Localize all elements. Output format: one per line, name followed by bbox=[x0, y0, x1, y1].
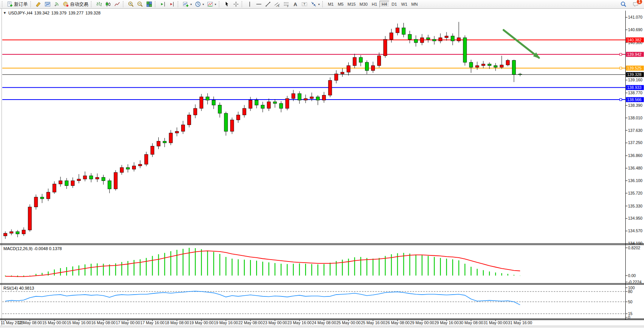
price-axis-label[interactable]: 138.010 bbox=[628, 116, 642, 120]
time-axis-label[interactable]: 15 May 16:00 bbox=[67, 320, 91, 325]
price-axis-label[interactable]: 137.250 bbox=[628, 140, 642, 145]
price-axis-label[interactable]: 135.330 bbox=[628, 204, 642, 208]
candle bbox=[475, 66, 479, 67]
vertical-line-button[interactable] bbox=[245, 0, 254, 8]
time-axis-label[interactable]: 22 May 08:00 bbox=[238, 320, 263, 325]
price-axis-label[interactable]: 138.390 bbox=[628, 103, 642, 108]
timeframe-m1[interactable]: M1 bbox=[326, 1, 336, 8]
rsi-axis-label[interactable]: 50 bbox=[628, 299, 633, 304]
macd-axis-label[interactable]: -0.2224 bbox=[628, 280, 642, 284]
price-axis-label[interactable]: 134.190 bbox=[628, 241, 642, 246]
cursor-button[interactable] bbox=[222, 0, 231, 8]
candle bbox=[83, 176, 87, 179]
timeframe-w1[interactable]: W1 bbox=[399, 1, 410, 8]
crosshair-button[interactable] bbox=[231, 0, 241, 8]
chat-button[interactable]: 1 bbox=[631, 0, 640, 8]
line-chart-button[interactable] bbox=[113, 0, 122, 8]
dropdown-arrow-icon[interactable]: ▾ bbox=[215, 3, 216, 6]
timeframe-h4[interactable]: H4 bbox=[379, 1, 389, 8]
time-axis-label[interactable]: 25 May 16:00 bbox=[361, 320, 385, 325]
templates-button[interactable]: ▾ bbox=[206, 0, 218, 8]
auto-scroll-button[interactable] bbox=[158, 0, 167, 8]
time-axis-label[interactable]: 29 May 16:00 bbox=[434, 320, 459, 325]
line-handle[interactable] bbox=[620, 98, 622, 101]
price-axis-label[interactable]: 139.160 bbox=[628, 78, 642, 82]
timeframe-d1[interactable]: D1 bbox=[389, 1, 399, 8]
signals-button[interactable] bbox=[52, 0, 61, 8]
trendline-button[interactable] bbox=[263, 0, 273, 8]
time-axis-label[interactable]: 30 May 08:00 bbox=[459, 320, 483, 325]
fibonacci-button[interactable]: F bbox=[282, 0, 291, 8]
candle bbox=[335, 74, 338, 80]
toolbar-drag-handle bbox=[2, 1, 3, 7]
dropdown-arrow-icon[interactable]: ▾ bbox=[190, 3, 192, 6]
time-axis-label[interactable]: 19 May 00:00 bbox=[189, 320, 214, 325]
line-handle[interactable] bbox=[620, 67, 622, 69]
price-axis-label[interactable]: 134.950 bbox=[628, 216, 642, 220]
auto-trading-button[interactable]: 自动交易 bbox=[61, 0, 90, 8]
new-order-button[interactable]: 新订单 bbox=[5, 0, 29, 8]
equidistant-channel-icon: E bbox=[274, 1, 280, 7]
chart-window-button[interactable] bbox=[43, 0, 52, 8]
dropdown-arrow-icon[interactable]: ▾ bbox=[318, 3, 320, 6]
search-button[interactable] bbox=[619, 0, 628, 8]
equidistant-channel-button[interactable]: E bbox=[273, 0, 282, 8]
time-axis-label[interactable]: 23 May 16:00 bbox=[287, 320, 312, 325]
time-axis-label[interactable]: 19 May 16:00 bbox=[214, 320, 238, 325]
time-axis-label[interactable]: 15 May 00:00 bbox=[42, 320, 67, 325]
time-axis-label[interactable]: 17 May 00:00 bbox=[116, 320, 140, 325]
price-axis-label[interactable]: 136.100 bbox=[628, 178, 642, 183]
price-axis-label[interactable]: 135.720 bbox=[628, 191, 642, 195]
bar-chart-button[interactable] bbox=[94, 0, 104, 8]
rsi-axis-label[interactable]: 0 bbox=[628, 315, 630, 320]
chevron-down-icon[interactable]: ▼ bbox=[3, 11, 6, 15]
price-axis-label[interactable]: 141.070 bbox=[628, 15, 642, 19]
indicators-button[interactable]: ▾ bbox=[181, 0, 193, 8]
time-axis-label[interactable]: 12 May 08:00 bbox=[18, 320, 42, 325]
dropdown-arrow-icon[interactable]: ▾ bbox=[202, 3, 204, 6]
time-axis-label[interactable]: 25 May 00:00 bbox=[336, 320, 361, 325]
chart-shift-button[interactable] bbox=[167, 0, 177, 8]
timeframe-m15[interactable]: M15 bbox=[346, 1, 357, 8]
time-axis-label[interactable]: 29 May 00:00 bbox=[410, 320, 434, 325]
periods-button[interactable]: ▾ bbox=[193, 0, 206, 8]
zoom-in-button[interactable] bbox=[126, 0, 135, 8]
zoom-out-button[interactable] bbox=[135, 0, 145, 8]
timeframe-mn[interactable]: MN bbox=[409, 1, 419, 8]
macd-axis-label[interactable]: 0.8202 bbox=[628, 246, 640, 250]
timeframe-m5[interactable]: M5 bbox=[336, 1, 346, 8]
text-button[interactable]: A bbox=[291, 0, 300, 8]
arrows-button[interactable]: ▾ bbox=[309, 0, 321, 8]
price-axis-label[interactable]: 137.630 bbox=[628, 128, 642, 133]
timeframe-m30[interactable]: M30 bbox=[357, 1, 369, 8]
price-tag-label: 139.942 bbox=[627, 52, 642, 57]
candle bbox=[188, 115, 191, 125]
tile-windows-button[interactable] bbox=[145, 0, 154, 8]
rsi-axis-label[interactable]: 80 bbox=[628, 289, 633, 294]
candle bbox=[10, 231, 13, 233]
time-axis-label[interactable]: 31 May 16:00 bbox=[508, 320, 532, 325]
styler-button[interactable] bbox=[34, 0, 43, 8]
candle bbox=[347, 66, 350, 72]
candle bbox=[230, 120, 234, 131]
candlestick-chart-button[interactable] bbox=[104, 0, 113, 8]
price-axis-label[interactable]: 136.480 bbox=[628, 166, 642, 170]
macd-axis-label[interactable]: 0.00 bbox=[628, 273, 636, 278]
time-axis-label[interactable]: 18 May 08:00 bbox=[165, 320, 189, 325]
horizontal-line-button[interactable] bbox=[254, 0, 263, 8]
time-axis-label[interactable]: 17 May 16:00 bbox=[140, 320, 165, 325]
time-axis-label[interactable]: 26 May 08:00 bbox=[386, 320, 410, 325]
price-axis-label[interactable]: 140.690 bbox=[628, 27, 642, 32]
timeframe-h1[interactable]: H1 bbox=[370, 1, 379, 8]
time-axis-label[interactable]: 31 May 00:00 bbox=[483, 320, 508, 325]
time-axis-label[interactable]: 16 May 08:00 bbox=[91, 320, 116, 325]
chart-canvas[interactable]: 141.070140.690140.300139.160138.770138.3… bbox=[0, 0, 644, 328]
price-axis-label[interactable]: 136.860 bbox=[628, 153, 642, 158]
time-axis-label[interactable]: 23 May 00:00 bbox=[263, 320, 287, 325]
candle bbox=[157, 141, 160, 146]
line-handle[interactable] bbox=[620, 53, 622, 55]
time-axis-label[interactable]: 24 May 08:00 bbox=[312, 320, 336, 325]
price-axis-label[interactable]: 138.770 bbox=[628, 90, 642, 95]
text-label-button[interactable]: T bbox=[300, 0, 309, 8]
price-axis-label[interactable]: 134.570 bbox=[628, 228, 642, 233]
